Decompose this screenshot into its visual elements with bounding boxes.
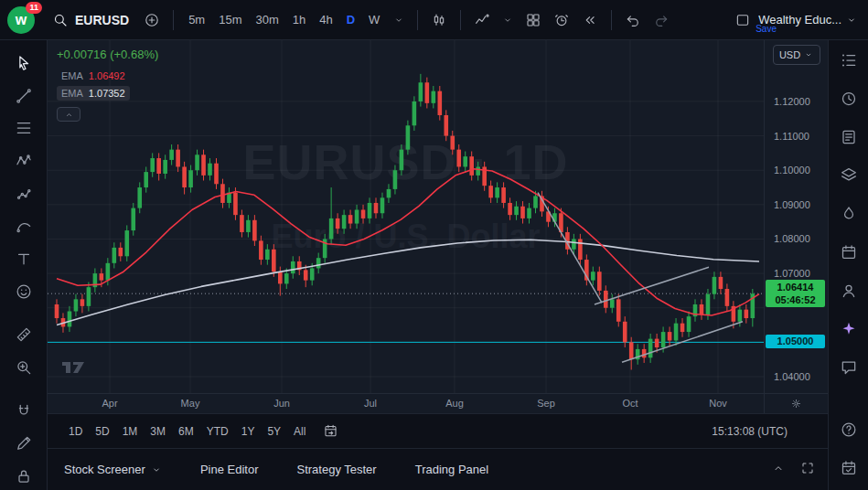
edit-button[interactable] bbox=[10, 431, 38, 458]
candle-body bbox=[413, 101, 417, 125]
cursor-button[interactable] bbox=[10, 49, 38, 77]
text-button[interactable] bbox=[10, 245, 38, 272]
calendar-button[interactable] bbox=[836, 240, 862, 265]
timeframe-dropdown-button[interactable] bbox=[389, 10, 409, 30]
brush-button[interactable] bbox=[10, 212, 38, 240]
scale-settings[interactable] bbox=[764, 394, 828, 413]
tab-strategy-tester[interactable]: Strategy Tester bbox=[296, 463, 376, 476]
candle-body bbox=[68, 312, 72, 327]
tab-stock-screener[interactable]: Stock Screener bbox=[64, 463, 162, 476]
forecast-button[interactable] bbox=[10, 180, 38, 208]
economic-calendar-icon bbox=[840, 459, 858, 477]
indicator-templates-button[interactable] bbox=[498, 10, 518, 30]
alerts-button[interactable] bbox=[836, 86, 862, 112]
trend-line-button[interactable] bbox=[10, 82, 38, 110]
range-1d-button[interactable]: 1D bbox=[62, 421, 89, 442]
time-scale[interactable]: AprMayJunJulAugSepOctNov bbox=[48, 394, 764, 413]
panel-collapse-button[interactable] bbox=[771, 461, 786, 478]
ai-sparkle-button[interactable] bbox=[836, 316, 862, 342]
candle-body bbox=[342, 215, 347, 229]
indicator-ema-slow[interactable]: EMA 1.07352 bbox=[57, 86, 130, 101]
chart-area[interactable]: EURUSD · 1D Euro / U.S. Dollar +0.00716 … bbox=[48, 40, 764, 393]
timeframe-30m-button[interactable]: 30m bbox=[249, 9, 284, 30]
timeframe-15m-button[interactable]: 15m bbox=[212, 9, 248, 30]
save-button[interactable]: Save bbox=[755, 24, 777, 34]
economic-calendar-button[interactable] bbox=[836, 455, 862, 481]
news-icon bbox=[840, 128, 858, 146]
range-all-button[interactable]: All bbox=[287, 421, 312, 442]
tradingview-logo[interactable]: w 11 bbox=[7, 6, 35, 34]
candle-body bbox=[488, 186, 493, 197]
go-to-date-button[interactable] bbox=[323, 423, 338, 439]
timeframe-1h-button[interactable]: 1h bbox=[286, 9, 312, 30]
help-button[interactable] bbox=[836, 417, 862, 442]
indicators-button[interactable] bbox=[469, 7, 495, 33]
candle-body bbox=[533, 196, 538, 208]
range-1y-button[interactable]: 1Y bbox=[235, 421, 262, 442]
panel-maximize-button[interactable] bbox=[800, 461, 815, 478]
candle-body bbox=[156, 158, 161, 174]
timeframe-W-button[interactable]: W bbox=[362, 9, 386, 30]
candle-body bbox=[55, 304, 59, 318]
range-buttons: 1D5D1M3M6MYTD1Y5YAll bbox=[62, 421, 312, 442]
tab-pine-editor[interactable]: Pine Editor bbox=[200, 463, 259, 476]
range-6m-button[interactable]: 6M bbox=[172, 421, 200, 442]
candle-body bbox=[284, 273, 289, 283]
tab-trading-panel[interactable]: Trading Panel bbox=[415, 463, 488, 476]
currency-selector[interactable]: USD bbox=[773, 45, 820, 65]
range-5d-button[interactable]: 5D bbox=[89, 421, 115, 442]
candle-body bbox=[719, 277, 723, 289]
candle-body bbox=[438, 91, 443, 115]
measure-button[interactable] bbox=[10, 322, 38, 349]
candle-body bbox=[144, 172, 148, 187]
trendline-drawing[interactable] bbox=[538, 193, 602, 303]
news-button[interactable] bbox=[836, 124, 862, 150]
candle-body bbox=[208, 164, 212, 176]
chart-style-button[interactable] bbox=[426, 7, 452, 33]
indicator-ema-fast[interactable]: EMA 1.06492 bbox=[57, 69, 130, 83]
zoom-button[interactable] bbox=[10, 354, 38, 381]
magnet-button[interactable] bbox=[10, 398, 38, 425]
candle-body bbox=[329, 218, 334, 240]
add-symbol-button[interactable] bbox=[139, 7, 165, 33]
price-scale[interactable]: USD 1.06414 05:46:52 1.05000 1.120001.11… bbox=[764, 40, 828, 393]
hotlists-button[interactable] bbox=[836, 201, 862, 227]
create-alert-button[interactable] bbox=[549, 7, 574, 33]
candle-body bbox=[361, 209, 366, 218]
save-layout-button[interactable] bbox=[730, 7, 755, 33]
brush-icon bbox=[15, 217, 33, 235]
timeframe-4h-button[interactable]: 4h bbox=[313, 9, 338, 30]
redo-button[interactable] bbox=[648, 7, 674, 33]
bar-replay-button[interactable] bbox=[577, 7, 603, 33]
edit-icon bbox=[15, 434, 33, 453]
trendline-drawing[interactable] bbox=[595, 267, 709, 304]
watchlist-button[interactable] bbox=[836, 48, 862, 73]
ema-fast-line[interactable] bbox=[57, 169, 759, 315]
range-5y-button[interactable]: 5Y bbox=[261, 421, 287, 442]
xabcd-pattern-button[interactable] bbox=[10, 147, 38, 175]
tradingview-watermark-logo[interactable] bbox=[62, 358, 93, 380]
timeframe-5m-button[interactable]: 5m bbox=[182, 9, 211, 30]
undo-button[interactable] bbox=[620, 7, 646, 33]
timeframe-D-button[interactable]: D bbox=[340, 9, 361, 30]
lock-button[interactable] bbox=[10, 463, 38, 490]
range-ytd-button[interactable]: YTD bbox=[200, 421, 235, 442]
chat-button[interactable] bbox=[836, 355, 862, 380]
symbol-search[interactable]: EURUSD bbox=[45, 8, 136, 32]
replay-icon bbox=[582, 12, 598, 28]
clock[interactable]: 15:13:08 (UTC) bbox=[712, 425, 788, 438]
forecast-icon bbox=[15, 185, 33, 203]
range-1m-button[interactable]: 1M bbox=[116, 421, 145, 442]
ema-slow-line[interactable] bbox=[57, 240, 759, 325]
candle-body bbox=[150, 158, 155, 172]
range-3m-button[interactable]: 3M bbox=[144, 421, 172, 442]
object-tree-button[interactable] bbox=[836, 163, 862, 188]
candle-body bbox=[113, 248, 117, 263]
emoji-button[interactable] bbox=[10, 278, 38, 305]
multichart-layout-button[interactable] bbox=[520, 7, 546, 33]
fib-retracement-button[interactable] bbox=[10, 114, 38, 142]
candle-body bbox=[642, 349, 647, 357]
legend-collapse-button[interactable] bbox=[57, 107, 80, 122]
candle-body bbox=[220, 184, 225, 203]
ideas-button[interactable] bbox=[836, 278, 862, 304]
